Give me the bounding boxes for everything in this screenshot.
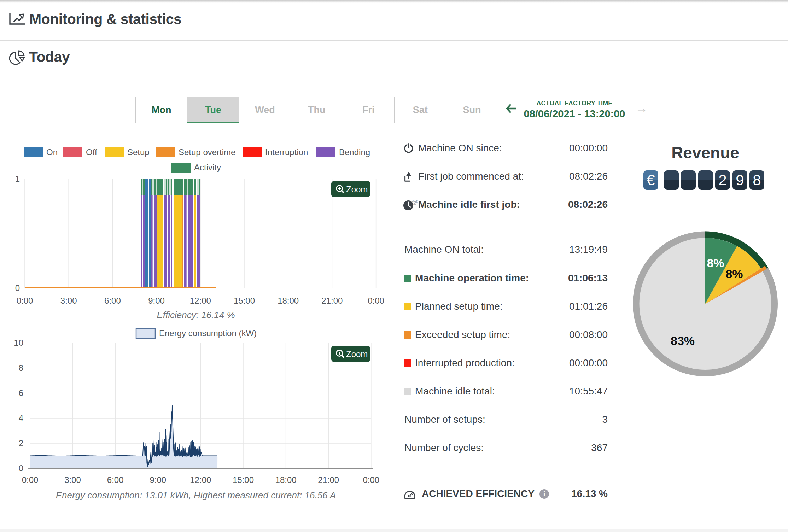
- svg-text:8%: 8%: [725, 267, 743, 281]
- svg-text:12:00: 12:00: [190, 475, 211, 485]
- svg-text:0:00: 0:00: [363, 475, 379, 485]
- svg-text:Interruption: Interruption: [265, 147, 308, 157]
- svg-text:8%: 8%: [707, 256, 724, 270]
- svg-text:21:00: 21:00: [321, 296, 343, 305]
- svg-text:3:00: 3:00: [60, 296, 77, 305]
- svg-text:0:00: 0:00: [17, 296, 33, 305]
- svg-text:0: 0: [19, 463, 23, 473]
- svg-text:15:00: 15:00: [234, 296, 255, 305]
- svg-text:0: 0: [15, 283, 20, 293]
- svg-text:6: 6: [19, 388, 23, 398]
- svg-text:0:00: 0:00: [368, 296, 384, 305]
- svg-text:Energy consumption (kW): Energy consumption (kW): [159, 328, 257, 338]
- svg-text:12:00: 12:00: [190, 296, 211, 305]
- svg-text:9:00: 9:00: [150, 475, 166, 485]
- svg-text:Activity: Activity: [194, 163, 221, 172]
- svg-text:1: 1: [15, 174, 20, 183]
- svg-text:18:00: 18:00: [275, 475, 297, 485]
- svg-text:Setup: Setup: [127, 147, 150, 157]
- svg-text:Zoom: Zoom: [346, 185, 368, 194]
- svg-text:z: z: [416, 199, 418, 203]
- svg-text:8: 8: [19, 363, 23, 373]
- svg-text:6:00: 6:00: [107, 475, 124, 485]
- svg-text:Energy consumption: 13.01 kWh,: Energy consumption: 13.01 kWh, Highest m…: [56, 490, 336, 501]
- svg-text:Bending: Bending: [339, 147, 370, 157]
- svg-text:21:00: 21:00: [318, 475, 339, 485]
- svg-text:15:00: 15:00: [233, 475, 254, 485]
- svg-text:6:00: 6:00: [104, 296, 121, 305]
- svg-text:4: 4: [19, 413, 23, 423]
- svg-text:Zoom: Zoom: [346, 349, 368, 359]
- svg-text:0:00: 0:00: [22, 475, 39, 485]
- svg-text:Setup overtime: Setup overtime: [179, 147, 235, 157]
- svg-text:10: 10: [14, 338, 23, 347]
- svg-text:Efficiency: 16.14 %: Efficiency: 16.14 %: [157, 310, 235, 320]
- svg-text:83%: 83%: [671, 334, 695, 347]
- svg-text:3:00: 3:00: [64, 475, 81, 485]
- svg-text:On: On: [46, 147, 58, 157]
- svg-text:2: 2: [19, 438, 23, 448]
- svg-text:18:00: 18:00: [278, 296, 299, 305]
- svg-text:Off: Off: [86, 147, 97, 157]
- svg-text:9:00: 9:00: [148, 296, 165, 305]
